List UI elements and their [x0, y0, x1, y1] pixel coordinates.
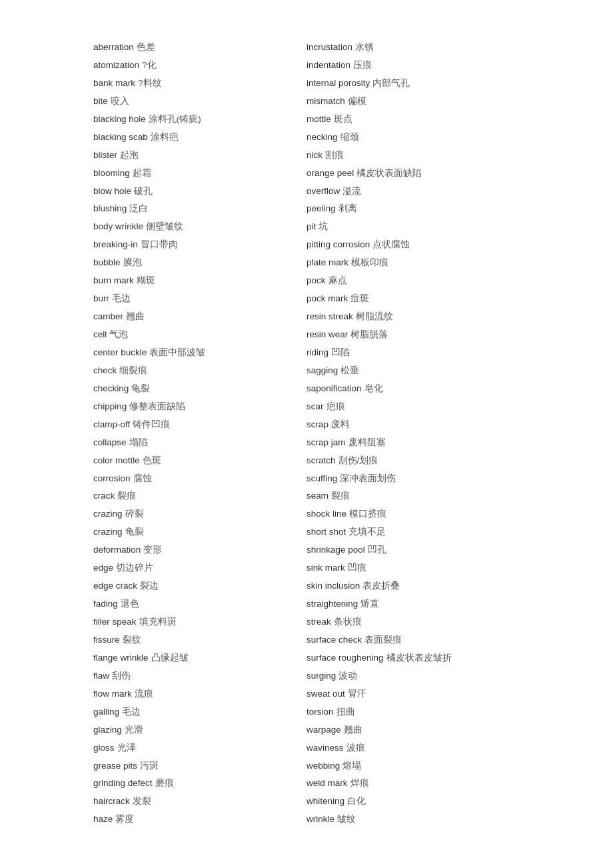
term-english: blister	[93, 148, 117, 163]
list-item: scrap jam废料阻塞	[306, 435, 520, 451]
term-english: indentation	[306, 58, 350, 73]
term-english: color mottle	[93, 453, 140, 469]
term-english: whitening	[306, 794, 344, 809]
list-item: color mottle色斑	[93, 453, 306, 469]
term-english: sink mark	[306, 561, 345, 576]
term-english: scar	[306, 399, 324, 415]
term-chinese: 斑点	[334, 112, 352, 127]
term-chinese: 废料阻塞	[348, 435, 386, 451]
term-english: cell	[93, 327, 107, 343]
term-chinese: 糊斑	[137, 273, 155, 289]
term-english: fissure	[93, 633, 120, 648]
term-chinese: 龟裂	[131, 381, 150, 397]
term-chinese: 磨痕	[155, 776, 174, 791]
list-item: pit坑	[306, 219, 520, 235]
term-english: scrap	[306, 417, 328, 433]
list-item: pock mark痘斑	[306, 291, 520, 307]
list-item: mismatch偏模	[306, 94, 520, 109]
term-chinese: 侧壁皱纹	[146, 219, 183, 235]
list-item: blacking hole涂料孔(铸疵)	[93, 112, 306, 127]
term-chinese: 充填不足	[348, 525, 386, 540]
list-item: galling毛边	[93, 705, 306, 720]
term-english: galling	[93, 705, 119, 720]
list-item: camber翘曲	[93, 309, 306, 325]
list-item: atomization?化	[93, 58, 306, 73]
term-english: grease pits	[93, 759, 137, 774]
term-chinese: 矫直	[360, 597, 379, 612]
list-item: nick割痕	[306, 148, 520, 163]
list-item: grinding defect磨痕	[93, 776, 306, 791]
list-item: checking龟裂	[93, 381, 306, 397]
term-chinese: 涂料孔(铸疵)	[149, 112, 201, 127]
list-item: saponification皂化	[306, 381, 520, 397]
term-chinese: 疤痕	[326, 399, 345, 415]
term-chinese: 皂化	[364, 381, 383, 397]
term-english: atomization	[93, 58, 139, 73]
list-item: torsion扭曲	[306, 705, 520, 720]
term-chinese: 松垂	[340, 363, 359, 379]
term-chinese: 翘曲	[126, 309, 145, 325]
term-english: check	[93, 363, 117, 379]
term-chinese: 修整表面缺陷	[129, 399, 185, 415]
term-chinese: 涂料疤	[151, 130, 179, 145]
term-chinese: 树脂脱落	[350, 327, 388, 343]
term-english: grinding defect	[93, 776, 153, 791]
term-chinese: 铸件凹痕	[133, 417, 170, 433]
list-item: collapse塌陷	[93, 435, 306, 451]
term-chinese: 细裂痕	[119, 363, 147, 379]
list-item: burn mark糊斑	[93, 273, 306, 289]
term-english: sagging	[306, 363, 338, 379]
term-english: crack	[93, 489, 115, 504]
list-item: edge切边碎片	[93, 561, 306, 576]
term-english: burn mark	[93, 273, 134, 289]
list-item: scuffing深冲表面划伤	[306, 471, 520, 487]
term-english: bite	[93, 94, 108, 109]
term-english: breaking-in	[93, 237, 138, 253]
term-chinese: 污斑	[140, 759, 159, 774]
term-english: scrap jam	[306, 435, 346, 451]
list-item: resin streak树脂流纹	[306, 309, 520, 325]
term-chinese: 废料	[331, 417, 350, 433]
list-item: scrap废料	[306, 417, 520, 433]
term-chinese: 扭曲	[336, 705, 355, 720]
list-item: blushing泛白	[93, 201, 306, 217]
term-english: flow mark	[93, 687, 132, 702]
term-english: collapse	[93, 435, 127, 451]
term-english: body wrinkle	[93, 219, 143, 235]
list-item: edge crack裂边	[93, 579, 306, 594]
term-english: blacking scab	[93, 130, 148, 145]
list-item: short shot充填不足	[306, 525, 520, 540]
term-chinese: 色差	[137, 40, 155, 55]
term-english: pock	[306, 273, 326, 289]
term-english: pitting corrosion	[306, 237, 370, 253]
term-chinese: 溢流	[342, 184, 361, 199]
list-item: crazing碎裂	[93, 507, 306, 522]
term-english: resin streak	[306, 309, 353, 325]
list-item: shrinkage pool凹孔	[306, 543, 520, 558]
term-chinese: 裂纹	[123, 633, 141, 648]
term-english: shrinkage pool	[306, 543, 365, 558]
term-english: resin wear	[306, 327, 348, 343]
term-chinese: 碎裂	[125, 507, 144, 522]
list-item: blooming起霜	[93, 166, 306, 181]
term-english: webbing	[306, 759, 340, 774]
list-item: body wrinkle侧壁皱纹	[93, 219, 306, 235]
term-chinese: 波动	[338, 669, 357, 684]
term-chinese: 光滑	[125, 723, 143, 738]
term-chinese: 腐蚀	[133, 471, 152, 487]
term-chinese: 凸缘起皱	[151, 651, 189, 666]
list-item: sagging松垂	[306, 363, 520, 379]
term-chinese: 龟裂	[125, 525, 144, 540]
term-english: orange peel	[306, 166, 354, 181]
term-chinese: 破孔	[134, 184, 153, 199]
list-item: blacking scab涂料疤	[93, 130, 306, 145]
term-chinese: 焊痕	[350, 776, 369, 791]
term-english: plate mark	[306, 255, 348, 271]
term-english: fading	[93, 597, 118, 612]
list-item: filler speak填充料斑	[93, 615, 306, 630]
list-item: weld mark焊痕	[306, 776, 520, 791]
term-english: pock mark	[306, 291, 348, 307]
list-item: orange peel橘皮状表面缺陷	[306, 166, 520, 181]
list-item: fading退色	[93, 597, 306, 612]
term-chinese: ?化	[142, 58, 157, 73]
